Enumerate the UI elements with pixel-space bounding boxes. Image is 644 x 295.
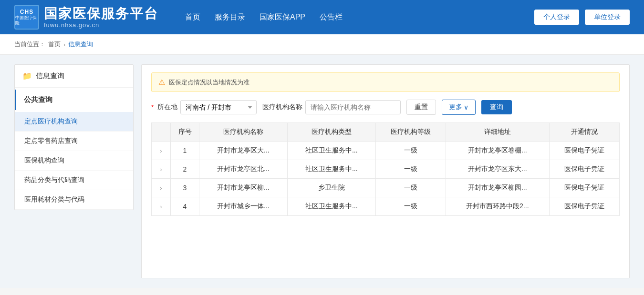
sidebar-section-label: 公共查询 xyxy=(24,95,52,104)
breadcrumb-prefix: 当前位置： xyxy=(14,40,45,49)
row-status: 医保电子凭证 xyxy=(549,142,619,160)
main-nav: 首页 服务目录 国家医保APP 公告栏 xyxy=(185,10,343,24)
row-type: 乡卫生院 xyxy=(287,179,375,197)
institution-name-input[interactable] xyxy=(305,100,401,114)
logo-chs-text: CHS xyxy=(20,9,33,15)
institution-label: 医疗机构名称 xyxy=(262,103,302,112)
sidebar-header-label: 信息查询 xyxy=(36,71,64,81)
unit-login-button[interactable]: 单位登录 xyxy=(585,10,630,25)
search-form: * 所在地 河南省 / 开封市 医疗机构名称 重置 更多 ∨ 查询 xyxy=(151,100,620,115)
logo-text: 国家医保服务平台 fuwu.nhsa.gov.cn xyxy=(44,6,158,29)
row-name: 开封市城乡一体... xyxy=(199,197,288,216)
nav-home[interactable]: 首页 xyxy=(185,10,200,24)
table-row: › 4 开封市城乡一体... 社区卫生服务中... 一级 开封市西环路中段2..… xyxy=(152,197,620,216)
row-seq: 3 xyxy=(171,179,199,197)
sidebar: 📁 信息查询 公共查询 定点医疗机构查询 定点零售药店查询 医保机构查询 药品分… xyxy=(14,64,134,210)
query-button[interactable]: 查询 xyxy=(481,100,512,114)
col-status: 开通情况 xyxy=(549,123,619,142)
row-address: 开封市龙亭区卷棚... xyxy=(446,142,549,160)
breadcrumb-bar: 当前位置： 首页 › 信息查询 xyxy=(0,34,644,55)
nav-app[interactable]: 国家医保APP xyxy=(260,10,305,24)
col-address: 详细地址 xyxy=(446,123,549,142)
institution-name-field: 医疗机构名称 xyxy=(262,100,401,114)
sidebar-item-medical-org-label: 医保机构查询 xyxy=(24,156,64,164)
sidebar-item-medical-supplies[interactable]: 医用耗材分类与代码 xyxy=(15,190,133,210)
chevron-down-icon: ∨ xyxy=(464,103,468,111)
breadcrumb-separator: › xyxy=(63,41,65,48)
warning-icon: ⚠ xyxy=(158,78,165,87)
page-header: CHS 中国医疗保险 国家医保服务平台 fuwu.nhsa.gov.cn 首页 … xyxy=(0,0,644,34)
more-button[interactable]: 更多 ∨ xyxy=(442,100,476,115)
row-expand-icon[interactable]: › xyxy=(152,197,171,216)
row-address: 开封市龙亭区柳园... xyxy=(446,179,549,197)
nav-bulletin[interactable]: 公告栏 xyxy=(320,10,343,24)
row-address: 开封市龙亭区东大... xyxy=(446,160,549,179)
sidebar-item-drug-category[interactable]: 药品分类与代码查询 xyxy=(15,171,133,190)
more-button-label: 更多 xyxy=(449,103,462,112)
logo-subtitle: fuwu.nhsa.gov.cn xyxy=(44,21,158,29)
table-header-row: 序号 医疗机构名称 医疗机构类型 医疗机构等级 详细地址 开通情况 xyxy=(152,123,620,142)
row-name: 开封市龙亭区北... xyxy=(199,160,288,179)
row-type: 社区卫生服务中... xyxy=(287,142,375,160)
header-right: 个人登录 单位登录 xyxy=(534,10,630,25)
row-seq: 2 xyxy=(171,160,199,179)
sidebar-item-fixed-medical[interactable]: 定点医疗机构查询 xyxy=(15,112,133,132)
row-name: 开封市龙亭区大... xyxy=(199,142,288,160)
row-level: 一级 xyxy=(375,142,446,160)
logo-icon: CHS 中国医疗保险 xyxy=(14,5,39,30)
logo-sub-text: 中国医疗保险 xyxy=(15,15,38,26)
table-row: › 3 开封市龙亭区柳... 乡卫生院 一级 开封市龙亭区柳园... 医保电子凭… xyxy=(152,179,620,197)
col-name: 医疗机构名称 xyxy=(199,123,288,142)
location-field: * 所在地 河南省 / 开封市 xyxy=(151,100,257,114)
table-body: › 1 开封市龙亭区大... 社区卫生服务中... 一级 开封市龙亭区卷棚...… xyxy=(152,142,620,216)
row-level: 一级 xyxy=(375,197,446,216)
row-status: 医保电子凭证 xyxy=(549,197,619,216)
folder-icon: 📁 xyxy=(22,71,32,81)
table-row: › 2 开封市龙亭区北... 社区卫生服务中... 一级 开封市龙亭区东大...… xyxy=(152,160,620,179)
logo-box: CHS 中国医疗保险 国家医保服务平台 fuwu.nhsa.gov.cn xyxy=(14,5,158,30)
location-select[interactable]: 河南省 / 开封市 xyxy=(180,100,257,114)
required-star: * xyxy=(151,103,154,111)
personal-login-button[interactable]: 个人登录 xyxy=(534,10,579,25)
sidebar-item-drug-category-label: 药品分类与代码查询 xyxy=(24,176,84,183)
logo-title: 国家医保服务平台 xyxy=(44,6,158,22)
row-type: 社区卫生服务中... xyxy=(287,160,375,179)
nav-service[interactable]: 服务目录 xyxy=(215,10,245,24)
notice-text: 医保定点情况以当地情况为准 xyxy=(169,78,249,87)
sidebar-item-fixed-pharmacy-label: 定点零售药店查询 xyxy=(24,137,78,144)
breadcrumb: 当前位置： 首页 › 信息查询 xyxy=(14,40,630,49)
row-level: 一级 xyxy=(375,160,446,179)
col-level: 医疗机构等级 xyxy=(375,123,446,142)
row-expand-icon[interactable]: › xyxy=(152,142,171,160)
row-level: 一级 xyxy=(375,179,446,197)
row-status: 医保电子凭证 xyxy=(549,179,619,197)
main-content: ⚠ 医保定点情况以当地情况为准 * 所在地 河南省 / 开封市 医疗机构名称 重… xyxy=(141,64,630,278)
reset-button[interactable]: 重置 xyxy=(406,100,436,115)
row-expand-icon[interactable]: › xyxy=(152,179,171,197)
row-status: 医保电子凭证 xyxy=(549,160,619,179)
row-seq: 4 xyxy=(171,197,199,216)
col-seq: 序号 xyxy=(171,123,199,142)
row-name: 开封市龙亭区柳... xyxy=(199,179,288,197)
row-type: 社区卫生服务中... xyxy=(287,197,375,216)
header-left: CHS 中国医疗保险 国家医保服务平台 fuwu.nhsa.gov.cn 首页 … xyxy=(14,5,343,30)
table-header: 序号 医疗机构名称 医疗机构类型 医疗机构等级 详细地址 开通情况 xyxy=(152,123,620,142)
main-layout: 📁 信息查询 公共查询 定点医疗机构查询 定点零售药店查询 医保机构查询 药品分… xyxy=(0,55,644,288)
sidebar-item-medical-supplies-label: 医用耗材分类与代码 xyxy=(24,195,84,203)
row-address: 开封市西环路中段2... xyxy=(446,197,549,216)
table-row: › 1 开封市龙亭区大... 社区卫生服务中... 一级 开封市龙亭区卷棚...… xyxy=(152,142,620,160)
breadcrumb-current: 信息查询 xyxy=(68,40,93,49)
breadcrumb-home[interactable]: 首页 xyxy=(48,40,61,49)
col-expand xyxy=(152,123,171,142)
sidebar-section-title: 公共查询 xyxy=(15,90,133,110)
row-seq: 1 xyxy=(171,142,199,160)
notice-bar: ⚠ 医保定点情况以当地情况为准 xyxy=(151,72,620,92)
col-type: 医疗机构类型 xyxy=(287,123,375,142)
results-table: 序号 医疗机构名称 医疗机构类型 医疗机构等级 详细地址 开通情况 › 1 开封… xyxy=(151,122,620,216)
sidebar-item-fixed-pharmacy[interactable]: 定点零售药店查询 xyxy=(15,132,133,151)
sidebar-item-fixed-medical-label: 定点医疗机构查询 xyxy=(24,117,78,125)
sidebar-item-medical-org[interactable]: 医保机构查询 xyxy=(15,151,133,171)
sidebar-header: 📁 信息查询 xyxy=(15,65,133,88)
row-expand-icon[interactable]: › xyxy=(152,160,171,179)
location-label: 所在地 xyxy=(157,103,177,112)
